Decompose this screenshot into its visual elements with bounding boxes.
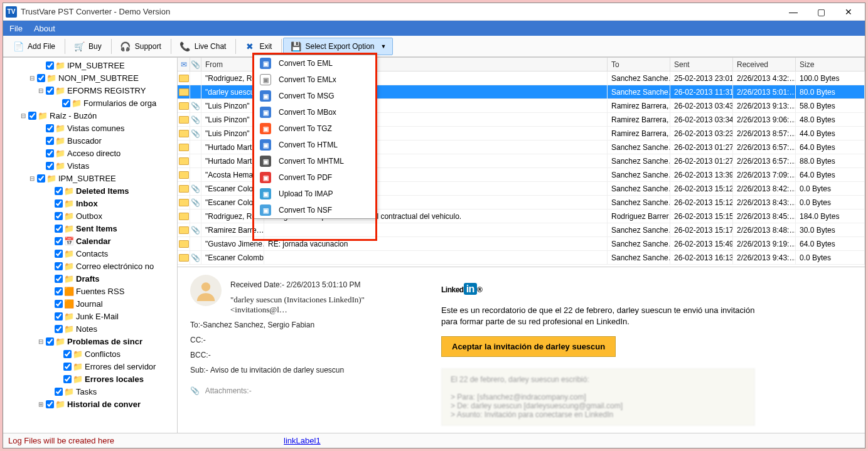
tree-toggle[interactable]: ⊞ xyxy=(37,401,45,408)
tree-node[interactable]: 📁Notes xyxy=(3,322,177,335)
tree-checkbox[interactable] xyxy=(55,225,63,233)
tree-node[interactable]: 🟧Journal xyxy=(3,297,177,310)
grid-row[interactable]: 📎"Ramirez Barre…Sanchez Sanche…26-02-201… xyxy=(178,223,865,237)
tree-node[interactable]: 📁Errores locales xyxy=(3,373,177,385)
export-menu-item[interactable]: ▣Convert To MHTML xyxy=(254,153,376,169)
tree-toggle[interactable]: ⊟ xyxy=(28,175,36,182)
tree-checkbox[interactable] xyxy=(55,237,63,245)
support-icon: 🎧 xyxy=(120,41,131,52)
export-menu-item[interactable]: ▣Convert To MBox xyxy=(254,104,376,120)
tree-checkbox[interactable] xyxy=(46,337,54,346)
tree-checkbox[interactable] xyxy=(63,375,72,383)
tree-toggle[interactable]: ⊟ xyxy=(19,112,27,119)
tree-checkbox[interactable] xyxy=(55,300,63,308)
exit-button[interactable]: ✖ Exit xyxy=(237,38,279,55)
select-export-button[interactable]: 💾 Select Export Option ▼ xyxy=(283,38,393,55)
tree-node[interactable]: 📁Acceso directo xyxy=(3,147,177,159)
tree-checkbox[interactable] xyxy=(46,149,54,157)
col-sent[interactable]: Sent xyxy=(670,58,733,71)
tree-node[interactable]: 📅Calendar xyxy=(3,235,177,247)
folder-icon: 📁 xyxy=(55,161,65,171)
tree-toggle[interactable]: ⊟ xyxy=(28,75,36,82)
tree-node[interactable]: 📁Deleted Items xyxy=(3,184,177,197)
tree-checkbox[interactable] xyxy=(62,99,70,107)
export-menu-item[interactable]: ▣Convert To MSG xyxy=(254,88,376,104)
tree-checkbox[interactable] xyxy=(46,162,54,170)
tree-node[interactable]: ⊟📁Raíz - Buzón xyxy=(3,109,177,122)
tree-checkbox[interactable] xyxy=(46,400,54,408)
support-button[interactable]: 🎧 Support xyxy=(113,38,168,55)
tree-checkbox[interactable] xyxy=(55,262,63,270)
tree-checkbox[interactable] xyxy=(55,212,63,220)
tree-node[interactable]: ⊞📁Historial de conver xyxy=(3,398,177,410)
tree-node[interactable]: 📁Tasks xyxy=(3,385,177,398)
tree-checkbox[interactable] xyxy=(55,199,63,208)
tree-node[interactable]: 🟧Fuentes RSS xyxy=(3,285,177,297)
tree-node[interactable]: 📁Junk E-Mail xyxy=(3,310,177,322)
col-icon[interactable]: ✉ xyxy=(178,58,190,71)
close-button[interactable]: ✕ xyxy=(835,3,862,21)
tree-checkbox[interactable] xyxy=(55,275,63,283)
minimize-button[interactable]: — xyxy=(780,3,807,21)
tree-node[interactable]: 📁Formularios de orga xyxy=(3,97,177,109)
tree-node[interactable]: 📁Errores del servidor xyxy=(3,360,177,373)
tree-node[interactable]: ⊟📁NON_IPM_SUBTREE xyxy=(3,72,177,84)
tree-node[interactable]: 📁IPM_SUBTREE xyxy=(3,59,177,72)
linkedin-accept-button[interactable]: Aceptar la invitación de darley suescun xyxy=(441,336,616,357)
tree-checkbox[interactable] xyxy=(63,363,72,371)
menu-about[interactable]: About xyxy=(34,24,55,33)
tree-node[interactable]: 📁Vistas comunes xyxy=(3,122,177,134)
col-size[interactable]: Size xyxy=(796,58,865,71)
tree-checkbox[interactable] xyxy=(55,287,63,295)
tree-checkbox[interactable] xyxy=(46,87,54,95)
grid-row[interactable]: 📎"Escaner Colomb…Sanchez Sanche…26-02-20… xyxy=(178,251,865,265)
status-link[interactable]: linkLabel1 xyxy=(284,436,321,445)
col-received[interactable]: Received xyxy=(733,58,796,71)
cell-to: Sanchez Sanche… xyxy=(608,223,670,236)
export-menu-item[interactable]: ▣Convert To TGZ xyxy=(254,120,376,137)
tree-toggle[interactable]: ⊟ xyxy=(37,87,45,94)
buy-button[interactable]: 🛒 Buy xyxy=(67,38,109,55)
exit-icon: ✖ xyxy=(244,41,255,52)
col-to[interactable]: To xyxy=(608,58,670,71)
tree-checkbox[interactable] xyxy=(37,74,45,82)
export-menu-item[interactable]: ▣Convert To EMLx xyxy=(254,72,376,88)
tree-checkbox[interactable] xyxy=(37,174,45,183)
tree-node[interactable]: 📁Correo electrónico no xyxy=(3,260,177,272)
tree-checkbox[interactable] xyxy=(28,112,36,120)
tree-node[interactable]: 📁Buscador xyxy=(3,134,177,147)
live-chat-button[interactable]: 📞 Live Chat xyxy=(173,38,233,55)
grid-row[interactable]: "Gustavo Jimene…RE: jornada vacunacionSa… xyxy=(178,237,865,251)
tree-checkbox[interactable] xyxy=(55,312,63,321)
export-menu-item[interactable]: ▣Upload To IMAP xyxy=(254,186,376,202)
export-menu-item[interactable]: ▣Convert To EML xyxy=(254,55,376,72)
tree-checkbox[interactable] xyxy=(55,187,63,195)
tree-toggle[interactable]: ⊟ xyxy=(37,338,45,345)
export-menu-item[interactable]: ▣Convert To PDF xyxy=(254,169,376,186)
tree-checkbox[interactable] xyxy=(46,124,54,132)
tree-node[interactable]: 📁Drafts xyxy=(3,272,177,285)
menu-file[interactable]: File xyxy=(9,24,23,33)
tree-checkbox[interactable] xyxy=(55,325,63,333)
folder-tree[interactable]: 📁IPM_SUBTREE⊟📁NON_IPM_SUBTREE⊟📁EFORMS RE… xyxy=(3,58,178,433)
tree-checkbox[interactable] xyxy=(46,61,54,70)
tree-node[interactable]: 📁Vistas xyxy=(3,159,177,172)
tree-checkbox[interactable] xyxy=(46,137,54,145)
add-file-button[interactable]: 📄 Add File xyxy=(6,38,62,55)
tree-node[interactable]: 📁Sent Items xyxy=(3,222,177,235)
tree-checkbox[interactable] xyxy=(63,350,72,358)
tree-node[interactable]: 📁Outbox xyxy=(3,210,177,222)
tree-checkbox[interactable] xyxy=(55,388,63,396)
maximize-button[interactable]: ▢ xyxy=(807,3,835,21)
tree-node[interactable]: 📁Conflictos xyxy=(3,348,177,360)
col-attachment[interactable]: 📎 xyxy=(190,58,201,71)
export-menu-item[interactable]: ▣Convert To HTML xyxy=(254,137,376,153)
cell-sent: 26-02-2013 03:43 xyxy=(670,99,733,112)
tree-node[interactable]: ⊟📁Problemas de sincr xyxy=(3,335,177,348)
tree-node[interactable]: 📁Contacts xyxy=(3,247,177,260)
tree-node[interactable]: 📁Inbox xyxy=(3,197,177,210)
export-menu-item[interactable]: ▣Convert To NSF xyxy=(254,202,376,218)
tree-checkbox[interactable] xyxy=(55,250,63,258)
tree-node[interactable]: ⊟📁IPM_SUBTREE xyxy=(3,172,177,184)
tree-node[interactable]: ⊟📁EFORMS REGISTRY xyxy=(3,84,177,97)
